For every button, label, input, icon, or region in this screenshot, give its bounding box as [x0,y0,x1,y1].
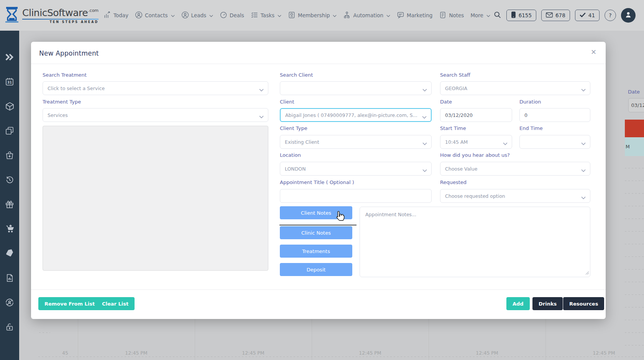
grid-dash [625,219,644,219]
phone-counter-button[interactable]: 6155 [506,10,536,21]
history-icon[interactable] [5,175,15,185]
end-time-label: End Time [519,125,543,131]
duration-input[interactable]: 0 [519,108,590,122]
app-logo[interactable]: ClinicSoftware .com TEN STEPS AHEAD [5,6,97,25]
date-input[interactable]: 03/12/2020 [440,108,512,122]
chevron-down-icon [581,87,586,93]
requested-select[interactable]: Choose requested option [440,189,590,203]
client-sync-icon[interactable] [5,298,15,307]
nav-item-more[interactable]: More [470,12,490,18]
slot-1245[interactable]: 12:45 PM [195,350,312,356]
calendar-event-red[interactable] [625,120,644,137]
chevron-down-icon [581,141,586,146]
bg-date-value[interactable]: 03/12/2020 [628,98,644,112]
drinks-button[interactable]: Drinks [532,297,563,310]
checklist-icon [251,11,258,20]
nav-item-tasks[interactable]: Tasks [251,11,281,20]
treatment-type-select[interactable]: Services [43,108,268,122]
hear-about-select[interactable]: Choose Value [440,162,590,176]
bg-date-label: Date [628,89,640,95]
expand-sidebar-icon[interactable] [5,52,15,62]
resize-grip-icon[interactable] [585,270,589,276]
main-nav: Today Contacts Leads Deals Tasks Members… [104,11,490,20]
calendar-event-teal[interactable]: M [625,137,644,156]
chevron-down-icon [486,12,490,18]
search-treatment-label: Search Treatment [43,72,87,78]
start-time-label: Start Time [440,125,466,131]
location-label: Location [280,152,301,158]
nav-item-today[interactable]: Today [104,11,128,20]
end-time-select[interactable] [519,135,590,149]
remove-from-list-button[interactable]: Remove From List [38,297,101,310]
clear-list-button[interactable]: Clear List [96,297,135,310]
nav-item-marketing[interactable]: Marketing [397,11,432,20]
gift-icon[interactable] [5,199,15,209]
grid-dash [625,345,644,345]
navbar-right: 6155 678 41 ? [493,8,636,23]
calendar-icon[interactable]: 31 [5,77,15,87]
nav-item-notes[interactable]: Notes [439,11,464,20]
slot-1245[interactable]: 12:45 PM [78,350,195,356]
search-staff-select[interactable]: GEORGIA [440,81,590,95]
add-button[interactable]: Add [506,297,530,310]
help-button[interactable]: ? [605,10,616,21]
appointment-title-input[interactable] [280,189,432,203]
chevron-down-icon [422,87,427,93]
chevron-down-icon [259,87,264,93]
grid-dash [625,320,644,320]
slot-1245[interactable]: 12:45 PM [429,350,545,356]
shopping-bag-icon[interactable] [5,150,15,160]
chevron-down-icon [422,114,427,120]
chevron-down-icon [209,12,213,18]
nav-item-membership[interactable]: Membership [288,11,337,20]
client-label: Client [280,99,294,105]
client-type-label: Client Type [280,125,307,131]
grid-dash [625,307,644,307]
nav-item-contacts[interactable]: Contacts [135,11,175,20]
resources-button[interactable]: Resources [563,297,604,310]
modal-title: New Appointment [39,49,99,57]
profile-avatar[interactable] [621,8,636,23]
nav-item-deals[interactable]: Deals [220,11,244,20]
chevron-down-icon [259,114,264,120]
search-icon[interactable] [493,11,501,20]
tasks-counter-button[interactable]: 41 [575,10,600,21]
search-client-select[interactable] [280,81,432,95]
client-type-select[interactable]: Existing Client [280,135,432,149]
treatments-button[interactable]: Treatments [280,245,352,258]
event-partial-text: M [626,144,630,150]
duration-label: Duration [519,99,541,105]
header-divider [31,64,606,64]
copy-icon[interactable] [5,126,15,136]
location-select[interactable]: LONDON [280,162,432,176]
deposit-button[interactable]: Deposit [280,263,352,276]
appointment-notes-textarea[interactable]: Appointment Notes... [360,207,590,277]
date-label: Date [440,99,452,105]
close-icon[interactable]: ✕ [591,48,596,56]
hourglass-logo-icon [5,6,19,25]
grid-dash [38,357,644,357]
search-treatment-select[interactable]: Click to select a Service [43,81,268,95]
price-tag-icon[interactable]: $ [5,248,15,258]
start-time-select[interactable]: 10:45 AM [440,135,512,149]
cart-solid-icon[interactable] [5,224,15,234]
svg-text:31: 31 [7,81,12,84]
nav-item-leads[interactable]: Leads [181,11,213,20]
membership-card-icon [288,11,296,20]
slot-1245[interactable]: 12:45 PM [545,350,644,356]
question-icon: ? [609,12,611,18]
treatment-type-label: Treatment Type [43,99,81,105]
package-icon[interactable] [5,101,15,111]
grid-dash [625,294,644,295]
lock-icon[interactable] [5,322,15,332]
chart-icon [104,11,111,20]
report-icon[interactable] [5,273,15,283]
time-gutter-45: 45 [54,350,77,356]
mail-count: 678 [555,12,565,18]
grid-dash [625,269,644,270]
nav-item-automation[interactable]: Automation [343,11,390,20]
client-select[interactable]: Abigail Jones ( 07490009777, alex@in-pic… [280,108,432,122]
slot-1245[interactable]: 12:45 PM [312,350,429,356]
clinic-notes-button[interactable]: Clinic Notes [280,226,352,239]
mail-counter-button[interactable]: 678 [541,10,570,21]
